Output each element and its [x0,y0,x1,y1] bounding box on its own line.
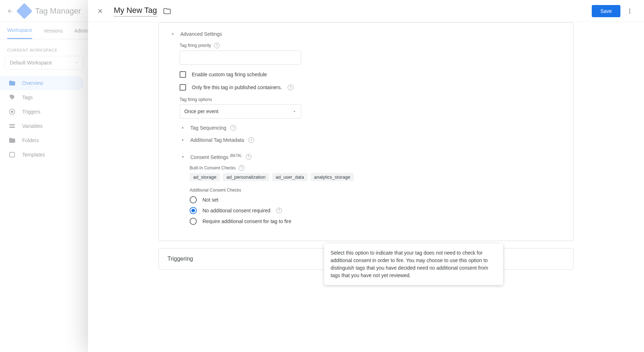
svg-point-6 [629,10,630,11]
enable-schedule-checkbox[interactable]: Enable custom tag firing schedule [180,71,562,78]
enable-schedule-label: Enable custom tag firing schedule [192,72,267,77]
tooltip-text: Select this option to indicate that your… [331,250,488,278]
close-icon[interactable] [96,7,104,15]
radio-icon [190,196,197,203]
consent-settings-label: Consent Settings (BETA) [190,154,241,160]
radio-no-additional[interactable]: No additional consent required [190,207,562,214]
advanced-settings-toggle[interactable]: Advanced Settings [170,31,562,37]
firing-options-select[interactable]: Once per event [180,104,301,119]
radio-require-additional[interactable]: Require additional consent for tag to fi… [190,218,562,225]
only-published-label: Only fire this tag in published containe… [192,85,282,90]
radio-icon [190,207,197,214]
help-icon[interactable] [239,165,244,171]
consent-chip: analytics_storage [311,173,354,181]
svg-point-7 [629,12,630,13]
priority-input[interactable] [180,50,301,65]
consent-chip: ad_personalization [223,173,269,181]
additional-metadata-label: Additional Tag Metadata [190,137,244,143]
tag-sequencing-label: Tag Sequencing [190,125,226,131]
help-icon[interactable] [246,154,252,160]
builtin-checks-label: Built-In Consent Checks [190,165,236,170]
chevron-down-icon [180,154,186,159]
radio-label: Require additional consent for tag to fi… [203,218,291,224]
additional-metadata-toggle[interactable]: Additional Tag Metadata [180,137,562,143]
firing-options-label: Tag firing options [180,97,212,102]
radio-label: No additional consent required [203,208,270,213]
help-icon[interactable] [230,125,236,131]
advanced-settings-label: Advanced Settings [180,31,222,37]
firing-options-value: Once per event [184,109,219,114]
more-menu-icon[interactable] [623,5,636,18]
checkbox-icon [180,71,186,78]
help-icon[interactable] [288,85,293,90]
priority-label: Tag firing priority [180,43,211,48]
save-button[interactable]: Save [592,5,620,17]
chevron-down-icon [170,32,176,37]
only-published-checkbox[interactable]: Only fire this tag in published containe… [180,84,562,91]
folder-icon[interactable] [162,6,172,16]
chevron-right-icon [180,125,186,130]
help-tooltip: Select this option to indicate that your… [324,243,503,285]
chevron-right-icon [180,138,186,143]
consent-chip: ad_storage [190,173,220,181]
additional-checks-label: Additional Consent Checks [190,188,241,193]
radio-label: Not set [203,197,218,203]
help-icon[interactable] [248,137,254,143]
tag-name-input[interactable]: My New Tag [114,6,157,16]
radio-icon [190,218,197,225]
svg-point-5 [629,9,630,10]
tag-sequencing-toggle[interactable]: Tag Sequencing [180,125,562,131]
consent-chip: ad_user_data [272,173,308,181]
consent-settings-toggle[interactable]: Consent Settings (BETA) [180,154,562,160]
help-icon[interactable] [214,43,220,48]
dropdown-triangle-icon [292,109,297,114]
checkbox-icon [180,84,186,91]
radio-not-set[interactable]: Not set [190,196,562,203]
help-icon[interactable] [276,208,282,213]
